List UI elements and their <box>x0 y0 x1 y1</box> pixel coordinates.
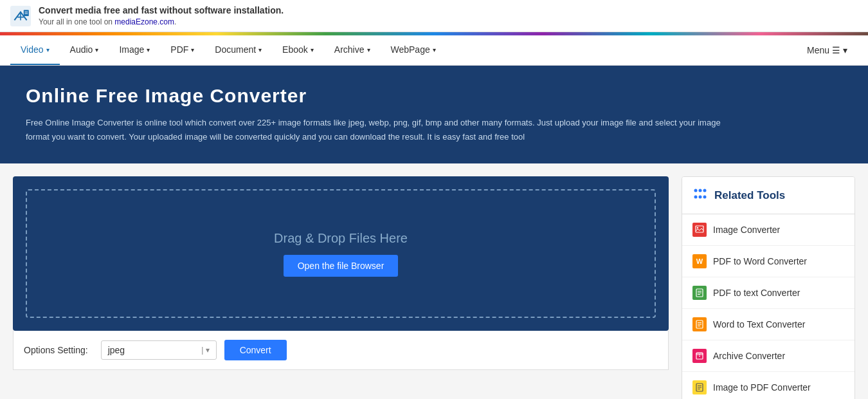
content-area: Drag & Drop Files Here Open the file Bro… <box>0 163 868 399</box>
chevron-down-icon: ▾ <box>311 46 314 53</box>
word-to-text-label: Word to Text Converter <box>713 319 805 329</box>
format-value: jpeg <box>108 345 125 355</box>
image-converter-label: Image Converter <box>713 225 780 235</box>
chevron-down-icon: ▾ <box>95 46 98 53</box>
drop-zone[interactable]: Drag & Drop Files Here Open the file Bro… <box>26 189 656 318</box>
page-title: Online Free Image Converter <box>26 85 842 107</box>
svg-point-3 <box>699 189 702 192</box>
pdf-to-word-label: PDF to Word Converter <box>713 256 807 266</box>
archive-converter-label: Archive Converter <box>713 351 785 361</box>
chevron-down-icon: ▾ <box>191 46 194 53</box>
options-bar: Options Setting: jpeg | ▾ Convert <box>13 331 669 370</box>
nav-item-image[interactable]: Image ▾ <box>109 35 160 65</box>
hero-section: Online Free Image Converter Free Online … <box>0 66 868 163</box>
drag-drop-text: Drag & Drop Files Here <box>274 231 408 246</box>
nav-item-archive[interactable]: Archive ▾ <box>324 35 381 65</box>
main-nav: Video ▾ Audio ▾ Image ▾ PDF ▾ Document ▾… <box>0 35 868 66</box>
site-link[interactable]: mediaEzone.com <box>114 17 174 26</box>
svg-point-9 <box>697 227 698 228</box>
image-to-pdf-icon <box>692 380 707 394</box>
open-browser-button[interactable]: Open the file Browser <box>284 255 399 277</box>
top-bar-text: Convert media free and fast without soft… <box>39 5 284 26</box>
hero-description: Free Online Image Converter is online to… <box>26 116 733 144</box>
nav-item-pdf[interactable]: PDF ▾ <box>160 35 204 65</box>
main-panel: Drag & Drop Files Here Open the file Bro… <box>13 176 669 399</box>
svg-rect-1 <box>24 10 29 16</box>
svg-point-7 <box>703 196 707 199</box>
logo-icon <box>10 6 31 26</box>
related-tools-icon <box>692 186 708 205</box>
nav-item-webpage[interactable]: WebPage ▾ <box>381 35 446 65</box>
nav-item-document[interactable]: Document ▾ <box>204 35 272 65</box>
chevron-down-icon: ▾ <box>147 46 150 53</box>
nav-menu[interactable]: Menu ☰ ▾ <box>797 36 858 64</box>
related-tool-word-to-text[interactable]: Word to Text Converter <box>682 309 854 340</box>
top-bar: Convert media free and fast without soft… <box>0 0 868 32</box>
pdf-to-word-icon: W <box>692 254 707 268</box>
sidebar: Related Tools Image Converter W P <box>682 176 855 399</box>
chevron-down-icon: ▾ <box>433 46 436 53</box>
svg-point-5 <box>694 196 698 199</box>
image-converter-icon <box>692 223 707 237</box>
image-to-pdf-label: Image to PDF Converter <box>713 382 811 393</box>
options-label: Options Setting: <box>24 345 88 355</box>
svg-point-6 <box>699 196 702 199</box>
chevron-down-icon: ▾ <box>258 46 262 53</box>
related-tool-image-converter[interactable]: Image Converter <box>682 214 854 246</box>
drop-container: Drag & Drop Files Here Open the file Bro… <box>13 176 669 331</box>
chevron-down-icon: | ▾ <box>201 346 209 355</box>
svg-point-4 <box>703 189 707 192</box>
svg-point-2 <box>694 189 698 192</box>
pdf-to-text-icon <box>692 286 707 300</box>
nav-item-ebook[interactable]: Ebook ▾ <box>272 35 324 65</box>
related-tool-image-to-pdf[interactable]: Image to PDF Converter <box>682 372 854 399</box>
nav-item-video[interactable]: Video ▾ <box>10 35 60 65</box>
word-to-text-icon <box>692 317 707 331</box>
related-tool-pdf-to-word[interactable]: W PDF to Word Converter <box>682 246 854 277</box>
related-tools-box: Related Tools Image Converter W P <box>682 176 855 399</box>
pdf-to-text-label: PDF to text Converter <box>713 288 800 298</box>
related-tool-pdf-to-text[interactable]: PDF to text Converter <box>682 277 854 309</box>
nav-item-audio[interactable]: Audio ▾ <box>60 35 109 65</box>
related-tools-title: Related Tools <box>714 189 785 202</box>
related-tools-header: Related Tools <box>682 177 854 214</box>
related-tool-archive-converter[interactable]: Archive Converter <box>682 340 854 372</box>
convert-button[interactable]: Convert <box>224 340 287 360</box>
chevron-down-icon: ▾ <box>367 46 370 53</box>
format-select[interactable]: jpeg | ▾ <box>101 340 217 360</box>
archive-converter-icon <box>692 349 707 363</box>
chevron-down-icon: ▾ <box>843 45 847 55</box>
chevron-down-icon: ▾ <box>46 46 50 53</box>
